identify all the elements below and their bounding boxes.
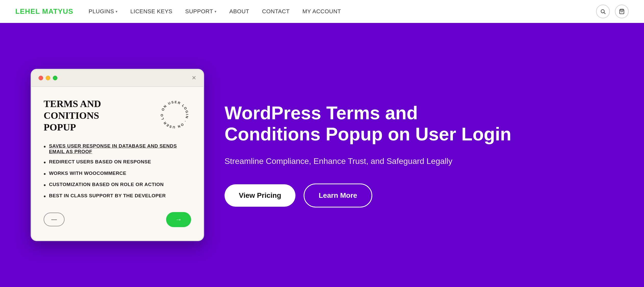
learn-more-button[interactable]: Learn More	[304, 184, 372, 207]
chevron-down-icon: ▾	[116, 9, 118, 14]
feature-item-0: SAVES USER RESPONSE IN DATABASE AND SEND…	[44, 143, 191, 154]
nav-about[interactable]: ABOUT	[229, 8, 249, 15]
site-logo[interactable]: LEHEL MATYUS	[15, 7, 73, 16]
feature-item-2: WORKS WITH WOOCOMMERCE	[44, 171, 191, 177]
hero-subtitle: Streamline Compliance, Enhance Trust, an…	[225, 155, 613, 167]
nav-plugins[interactable]: PLUGINS ▾	[89, 8, 118, 15]
hero-section: ✕ TERMS AND CONITIONS POPUP ON USER LOGI…	[0, 23, 644, 287]
popup-features-list: SAVES USER RESPONSE IN DATABASE AND SEND…	[44, 143, 191, 200]
popup-main-title: TERMS AND CONITIONS POPUP	[44, 98, 125, 133]
svg-text:ON USER LOGIN · ON USER LOGIN: ON USER LOGIN · ON USER LOGIN	[158, 98, 189, 129]
search-button[interactable]	[596, 5, 610, 18]
feature-item-1: REDIRECT USERS BASED ON RESPONSE	[44, 159, 191, 166]
window-close-icon[interactable]: ✕	[192, 75, 196, 81]
window-dot-yellow	[46, 76, 50, 80]
popup-minus-button[interactable]: —	[44, 213, 65, 226]
nav-contact[interactable]: CONTACT	[262, 8, 290, 15]
popup-badge: ON USER LOGIN · ON USER LOGIN	[158, 98, 191, 131]
popup-illustration: ✕ TERMS AND CONITIONS POPUP ON USER LOGI…	[31, 69, 204, 241]
arrow-right-icon: →	[175, 216, 182, 224]
popup-title-area: TERMS AND CONITIONS POPUP ON USER LOGIN …	[44, 98, 191, 133]
popup-window: ✕ TERMS AND CONITIONS POPUP ON USER LOGI…	[31, 69, 204, 241]
popup-body: TERMS AND CONITIONS POPUP ON USER LOGIN …	[31, 87, 203, 240]
hero-title: WordPress Terms and Conditions Popup on …	[225, 102, 613, 145]
feature-item-4: BEST IN CLASS SUPPORT BY THE DEVELOPER	[44, 193, 191, 200]
cart-icon	[619, 9, 625, 14]
window-dots	[39, 76, 57, 80]
window-dot-green	[53, 76, 57, 80]
nav-my-account[interactable]: MY ACCOUNT	[302, 8, 341, 15]
site-header: LEHEL MATYUS PLUGINS ▾ LICENSE KEYS SUPP…	[0, 0, 644, 23]
chevron-down-icon: ▾	[215, 9, 217, 14]
nav-support[interactable]: SUPPORT ▾	[185, 8, 217, 15]
popup-titlebar: ✕	[31, 70, 203, 87]
header-actions	[596, 5, 629, 18]
svg-line-1	[604, 12, 605, 14]
popup-arrow-button[interactable]: →	[166, 212, 191, 227]
popup-footer: — →	[44, 212, 191, 227]
hero-text: WordPress Terms and Conditions Popup on …	[225, 102, 613, 207]
window-dot-red	[39, 76, 43, 80]
search-icon	[600, 9, 606, 14]
hero-buttons: View Pricing Learn More	[225, 184, 613, 207]
main-nav: PLUGINS ▾ LICENSE KEYS SUPPORT ▾ ABOUT C…	[89, 8, 596, 15]
view-pricing-button[interactable]: View Pricing	[225, 184, 295, 207]
cart-button[interactable]	[615, 5, 629, 18]
nav-license-keys[interactable]: LICENSE KEYS	[130, 8, 172, 15]
feature-item-3: CUSTOMIZATION BASED ON ROLE OR ACTION	[44, 182, 191, 188]
